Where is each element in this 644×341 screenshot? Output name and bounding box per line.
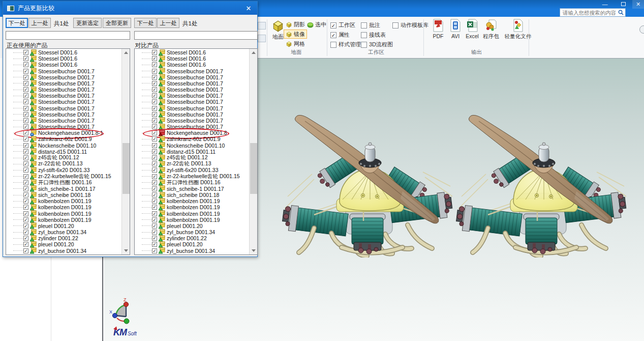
item-checkbox[interactable]: ✓ (23, 87, 28, 92)
search-input[interactable] (562, 9, 618, 16)
item-checkbox[interactable]: ✓ (152, 75, 157, 80)
list-item[interactable]: ✓ kolbenbolzen D001.19 (6, 198, 121, 204)
list-item[interactable]: ✓ kolbenbolzen D001.19 (6, 217, 121, 223)
scroll-thumb[interactable] (122, 143, 130, 194)
list-item[interactable]: ✓ Stoesselbuchse D001.7 (135, 80, 249, 87)
list-item[interactable]: ✓ zylinder D001.22 (6, 235, 121, 241)
list-item[interactable]: ✓ Stoesselbuchse D001.7 (6, 68, 121, 74)
item-checkbox[interactable]: ✓ (152, 136, 157, 141)
list-item[interactable]: ✓ Stoesselbuchse D001.7 (135, 93, 249, 99)
item-checkbox[interactable]: ✓ (152, 205, 157, 210)
item-checkbox[interactable]: ✓ (152, 149, 157, 154)
item-checkbox[interactable]: ✓ (152, 230, 157, 235)
list-item[interactable]: ✓ Stoesselbuchse D001.7 (135, 74, 249, 80)
prev-diff-button-left[interactable]: 上一处 (28, 18, 51, 28)
list-item[interactable]: ✓ Stoesselbuchse D001.7 (6, 80, 121, 87)
list-item[interactable]: ✓ kolbenbolzen D001.19 (135, 210, 249, 216)
item-checkbox[interactable]: ✓ (152, 50, 157, 55)
item-checkbox[interactable]: ✓ (23, 136, 28, 141)
item-checkbox[interactable]: ✓ (152, 217, 157, 222)
list-item[interactable]: ✓ Nockenscheibe D001.10 (6, 143, 121, 149)
item-checkbox[interactable]: ✓ (152, 155, 157, 160)
item-checkbox[interactable]: ✓ (152, 186, 157, 191)
list-item[interactable]: ✓ zahnkranz-60z D001.9 (6, 136, 121, 142)
list-item[interactable]: ✓ Stoesselbuchse D001.7 (135, 105, 249, 111)
list-item[interactable]: ✓ zylinder D001.22 (135, 235, 249, 241)
item-checkbox[interactable]: ✓ (152, 93, 157, 98)
item-checkbox[interactable]: ✓ (23, 205, 28, 210)
next-diff-button-left[interactable]: 下一处 (6, 18, 28, 28)
list-item[interactable]: ✓ kolbenbolzen D001.19 (135, 204, 249, 210)
item-checkbox[interactable]: ✓ (152, 143, 157, 148)
item-checkbox[interactable]: ✓ (152, 248, 157, 253)
scroll-up-icon[interactable] (250, 49, 258, 56)
list-item[interactable]: ✓ Stoesselbuchse D001.7 (135, 99, 249, 105)
item-checkbox[interactable]: ✓ (152, 56, 157, 61)
filter-input-right[interactable] (134, 31, 258, 40)
list-item[interactable]: ✓ Stoessel D001.6 (135, 49, 249, 55)
compare-product-list[interactable]: ✓ Stoessel D001.6✓ Stoessel D001.6✓ Stoe… (134, 48, 258, 255)
ribbon-button-shadow[interactable]: 阴影 (284, 20, 307, 29)
list-item[interactable]: ✓ Stoesselbuchse D001.7 (6, 93, 121, 99)
engine-model-compare[interactable] (454, 92, 633, 258)
list-item[interactable]: ✓ sich_scheibe D001.18 (135, 192, 249, 198)
list-item[interactable]: ✓ zyl_buchse D001.34 (135, 248, 249, 254)
item-checkbox[interactable]: ✓ (23, 62, 28, 67)
help-button-partial[interactable] (639, 25, 644, 34)
list-item[interactable]: ✓ Stoesselbuchse D001.7 (6, 111, 121, 118)
item-checkbox[interactable]: ✓ (23, 93, 28, 98)
ribbon-checkbox[interactable]: 样式管理 (330, 41, 361, 48)
output-button-程序包[interactable]: 程序包 (481, 19, 501, 40)
item-checkbox[interactable]: ✓ (23, 217, 28, 222)
scroll-down-icon[interactable] (122, 247, 130, 254)
output-button-excel[interactable]: Excel (464, 19, 481, 39)
list-item[interactable]: ✓ Stoesselbuchse D001.7 (6, 105, 121, 111)
list-item[interactable]: ✓ Stoessel D001.6 (6, 62, 121, 68)
item-checkbox[interactable]: ✓ (23, 223, 28, 229)
item-checkbox[interactable]: ✓ (23, 118, 28, 123)
list-item[interactable]: ✓ pleuel D001.20 (135, 223, 249, 229)
output-button-avi[interactable]: AVI (448, 19, 463, 39)
item-checkbox[interactable]: ✓ (23, 149, 28, 154)
list-item[interactable]: ✓ zyl_buchse D001.34 (6, 248, 121, 254)
item-checkbox[interactable]: ✓ (23, 180, 28, 185)
list-item[interactable]: ✓ Stoesselbuchse D001.7 (6, 87, 121, 93)
partial-toolbar-button[interactable] (258, 22, 266, 30)
dialog-titlebar[interactable]: 产品更新比较 ✕ (3, 2, 257, 15)
list-item[interactable]: ✓ Stoessel D001.6 (6, 55, 121, 62)
current-product-list[interactable]: ✓ Stoessel D001.6✓ Stoessel D001.6✓ Stoe… (6, 48, 130, 255)
item-checkbox[interactable]: ✓ (152, 211, 157, 216)
item-checkbox[interactable]: ✓ (152, 161, 157, 166)
list-item[interactable]: ✓ 开口弹性挡圈 D001.16 (6, 180, 121, 186)
orientation-triad[interactable]: Z X (109, 297, 135, 326)
list-item[interactable]: ✓ Nockenscheibe D001.10 (135, 143, 249, 149)
list-item[interactable]: ✓ pleuel D001.20 (6, 223, 121, 229)
item-checkbox[interactable]: ✓ (152, 198, 157, 204)
list-item[interactable]: ✓ kolbenbolzen D001.19 (135, 217, 249, 223)
filter-input-left[interactable] (6, 31, 130, 40)
selected-button[interactable]: 选中 (305, 20, 328, 29)
list-item[interactable]: ✓ kolbenbolzen D001.19 (6, 204, 121, 210)
item-checkbox[interactable]: ✓ (152, 223, 157, 229)
list-item[interactable]: ✓ zahnkranz-60z D001.9 (135, 136, 249, 142)
list-item[interactable]: ✓ sich_scheibe-1 D001.17 (6, 186, 121, 192)
ribbon-checkbox[interactable]: ✓属性 (330, 31, 350, 39)
list-item[interactable]: ✓ kolbenbolzen D001.19 (135, 198, 249, 204)
item-checkbox[interactable]: ✓ (23, 242, 28, 247)
list-item[interactable]: ✓ zyl_buchse D001.34 (6, 229, 121, 235)
list-item[interactable]: ✓ sich_scheibe-1 D001.17 (135, 186, 249, 192)
item-checkbox[interactable]: ✓ (23, 155, 28, 160)
item-checkbox[interactable]: ✓ (23, 211, 28, 216)
list-item[interactable]: ✓ Stoesselbuchse D001.7 (135, 68, 249, 74)
item-checkbox[interactable]: ✓ (152, 69, 157, 74)
list-item[interactable]: ✓ pleuel D001.20 (6, 241, 121, 247)
list-item[interactable]: ✓ Stoesselbuchse D001.7 (6, 99, 121, 105)
list-item[interactable]: ✓ Stoesselbuchse D001.7 (6, 74, 121, 80)
scroll-down-icon[interactable] (250, 247, 258, 254)
item-checkbox[interactable]: ✓ (152, 118, 157, 123)
item-checkbox[interactable]: ✓ (23, 130, 28, 135)
item-checkbox[interactable]: ✓ (23, 161, 28, 166)
engine-model-current[interactable] (281, 92, 459, 258)
partial-toolbar-button[interactable] (258, 35, 266, 42)
item-checkbox[interactable]: ✓ (23, 81, 28, 86)
